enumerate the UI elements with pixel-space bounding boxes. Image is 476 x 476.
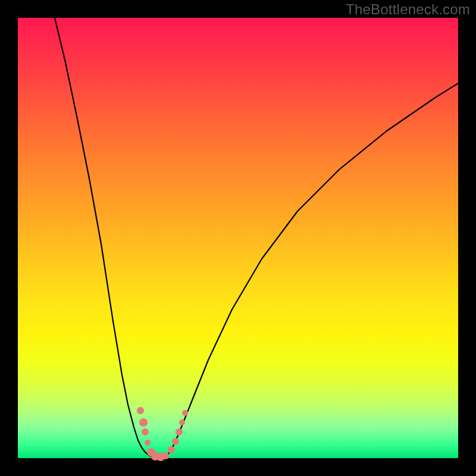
marker-point: [145, 440, 151, 446]
chart-svg: [18, 18, 458, 458]
bottleneck-curve: [55, 18, 458, 458]
marker-point: [176, 428, 183, 436]
marker-point: [137, 407, 144, 414]
marker-point: [172, 438, 179, 445]
chart-frame: TheBottleneck.com: [0, 0, 476, 476]
marker-point: [139, 418, 148, 427]
marker-point: [179, 419, 185, 425]
marker-point: [182, 410, 188, 416]
curve-lines-group: [55, 18, 458, 458]
watermark-text: TheBottleneck.com: [346, 1, 470, 18]
marker-point: [168, 446, 175, 453]
marker-point: [162, 452, 169, 459]
marker-points-group: [137, 407, 188, 461]
marker-point: [142, 428, 149, 436]
